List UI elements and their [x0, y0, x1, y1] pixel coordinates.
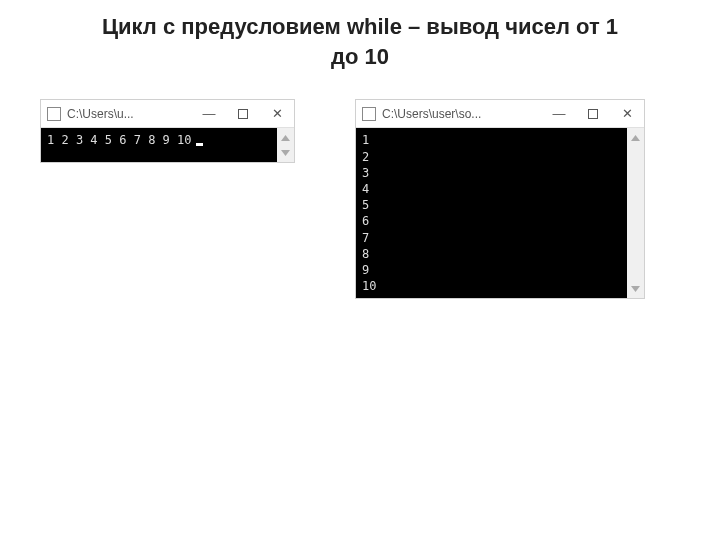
maximize-icon [238, 109, 248, 119]
close-button[interactable]: ✕ [610, 100, 644, 128]
app-icon [47, 107, 61, 121]
console-window-vertical: C:\Users\user\so... — ✕ 1 2 3 4 5 6 7 8 … [355, 99, 645, 299]
app-icon [362, 107, 376, 121]
slide-title: Цикл с предусловием while – вывод чисел … [0, 0, 720, 71]
title-line-1: Цикл с предусловием while – вывод чисел … [102, 14, 618, 39]
console-output[interactable]: 1 2 3 4 5 6 7 8 9 10 [356, 128, 627, 298]
svg-marker-1 [281, 135, 290, 141]
maximize-button[interactable] [576, 100, 610, 128]
window-title: C:\Users\u... [67, 107, 192, 121]
svg-marker-4 [631, 135, 640, 141]
window-body: 1 2 3 4 5 6 7 8 9 10 [41, 128, 294, 162]
title-line-2: до 10 [331, 44, 389, 69]
scroll-down-icon[interactable] [628, 281, 643, 296]
svg-marker-2 [281, 150, 290, 156]
maximize-button[interactable] [226, 100, 260, 128]
minimize-button[interactable]: — [542, 100, 576, 128]
scroll-up-icon[interactable] [278, 130, 293, 145]
scrollbar[interactable] [627, 128, 644, 298]
titlebar[interactable]: C:\Users\u... — ✕ [41, 100, 294, 128]
scrollbar[interactable] [277, 128, 294, 162]
titlebar[interactable]: C:\Users\user\so... — ✕ [356, 100, 644, 128]
close-button[interactable]: ✕ [260, 100, 294, 128]
scroll-up-icon[interactable] [628, 130, 643, 145]
output-text: 1 2 3 4 5 6 7 8 9 10 [362, 133, 376, 293]
svg-marker-5 [631, 286, 640, 292]
window-title: C:\Users\user\so... [382, 107, 542, 121]
console-output[interactable]: 1 2 3 4 5 6 7 8 9 10 [41, 128, 277, 162]
maximize-icon [588, 109, 598, 119]
output-text: 1 2 3 4 5 6 7 8 9 10 [47, 133, 192, 147]
windows-container: C:\Users\u... — ✕ 1 2 3 4 5 6 7 8 9 10 [0, 71, 720, 299]
cursor-icon [196, 143, 203, 146]
minimize-button[interactable]: — [192, 100, 226, 128]
window-body: 1 2 3 4 5 6 7 8 9 10 [356, 128, 644, 298]
scroll-down-icon[interactable] [278, 145, 293, 160]
console-window-horizontal: C:\Users\u... — ✕ 1 2 3 4 5 6 7 8 9 10 [40, 99, 295, 163]
svg-rect-0 [239, 109, 248, 118]
svg-rect-3 [589, 109, 598, 118]
